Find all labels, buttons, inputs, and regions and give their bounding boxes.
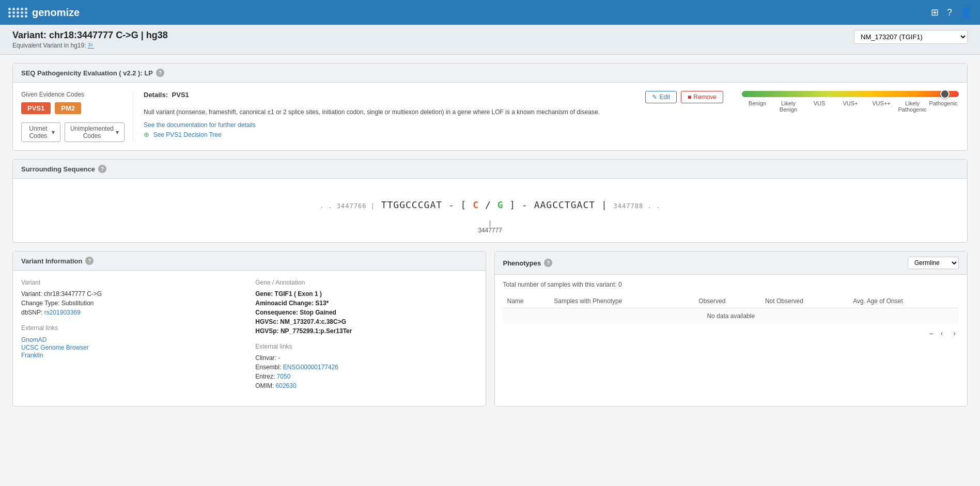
grid-icon[interactable]: ⊞ <box>931 7 939 18</box>
omim-link[interactable]: 602630 <box>276 382 297 389</box>
total-samples: Total number of samples with this varian… <box>503 281 959 288</box>
user-icon[interactable]: 👤 <box>960 7 972 18</box>
variant-info-help-icon[interactable]: ? <box>85 257 94 265</box>
sequence-display: . . 3447766 | TTGGCCCGAT - [ C / G ] - A… <box>21 187 959 218</box>
pvs1-badge: PVS1 <box>21 102 51 114</box>
left-col: Variant Variant: chr18:3447777 C->G Chan… <box>21 279 243 398</box>
hg19-link[interactable]: 🏳 <box>88 42 94 49</box>
next-page-button[interactable]: › <box>950 328 959 338</box>
col-not-observed: Not Observed <box>761 294 849 308</box>
franklin-link[interactable]: Franklin <box>21 352 43 359</box>
col-samples: Samples with Phenotype <box>550 294 694 308</box>
no-data-cell: No data available <box>503 308 959 324</box>
page-title: Variant: chr18:3447777 C->G | hg38 <box>12 30 168 41</box>
transcript-select[interactable]: NM_173207 (TGIF1) <box>854 30 968 44</box>
code-buttons: Unmet Codes ▾ Unimplemented Codes ▾ <box>21 122 125 142</box>
seq-help-icon[interactable]: ? <box>156 69 164 77</box>
prev-page-button[interactable]: ‹ <box>938 328 946 338</box>
logo-dots <box>8 8 28 18</box>
chevron-down-icon-2: ▾ <box>116 129 119 136</box>
label-vus: VUS <box>804 100 835 113</box>
entrez-field: Entrez: 7050 <box>255 373 477 380</box>
bottom-panels: Variant Information ? Variant Variant: c… <box>12 251 968 415</box>
hgvsc-field: HGVSc: NM_173207.4:c.38C>G <box>255 318 477 325</box>
phenotypes-body: Total number of samples with this varian… <box>495 275 968 349</box>
details-text: Null variant (nonsense, frameshift, cano… <box>144 107 723 117</box>
label-likely-benign: LikelyBenign <box>773 100 804 113</box>
surrounding-sequence-header: Surrounding Sequence ? <box>13 160 967 179</box>
help-circle-icon[interactable]: ? <box>947 7 952 18</box>
surrounding-sequence-body: . . 3447766 | TTGGCCCGAT - [ C / G ] - A… <box>13 179 967 242</box>
phenotypes-title-area: Phenotypes ? <box>503 259 553 267</box>
evidence-section: Given Evidence Codes PVS1 PM2 Unmet Code… <box>21 91 125 142</box>
right-sequence: AAGCCTGACT <box>534 199 595 210</box>
phenotypes-help-icon[interactable]: ? <box>544 259 552 267</box>
header-icons: ⊞ ? 👤 <box>931 7 972 18</box>
dash-2: ] - <box>509 199 534 210</box>
gnomad-link[interactable]: GnomAD <box>21 336 46 343</box>
edit-button[interactable]: ✎ Edit <box>645 91 677 103</box>
phenotypes-table: Name Samples with Phenotype Observed Not… <box>503 294 959 324</box>
variant-section: Variant Variant: chr18:3447777 C->G Chan… <box>21 279 243 316</box>
slider-thumb <box>940 89 950 99</box>
label-pathogenic: Pathogenic <box>928 100 959 113</box>
seq-panel-header: SEQ Pathogenicity Evaluation ( v2.2 ): L… <box>13 64 967 83</box>
gene-field: Gene: TGIF1 ( Exon 1 ) <box>255 290 477 297</box>
pagination: – ‹ › <box>503 324 959 342</box>
external-links-section-right: External links Clinvar: - Ensembl: ENSG0… <box>255 343 477 389</box>
decision-tree-link[interactable]: See PVS1 Decision Tree <box>153 131 222 138</box>
label-vus-plusplus: VUS++ <box>866 100 897 113</box>
phenotypes-title: Phenotypes <box>503 259 541 267</box>
phenotypes-header: Phenotypes ? Germline Somatic <box>495 252 968 275</box>
col-name: Name <box>503 294 550 308</box>
ref-allele: C <box>473 199 479 210</box>
details-section: Details: PVS1 ✎ Edit ■ Remove <box>133 91 723 142</box>
pathogenicity-slider-track[interactable] <box>742 91 959 97</box>
phenotypes-panel: Phenotypes ? Germline Somatic Total numb… <box>494 251 968 406</box>
seq-pathogenicity-panel: SEQ Pathogenicity Evaluation ( v2.2 ): L… <box>12 63 968 151</box>
aminoacid-field: Aminoacid Change: S13* <box>255 300 477 307</box>
entrez-link[interactable]: 7050 <box>277 373 291 380</box>
evidence-label: Given Evidence Codes <box>21 91 125 98</box>
slider-labels: Benign LikelyBenign VUS VUS+ VUS++ Likel… <box>742 100 959 113</box>
unimplemented-codes-button[interactable]: Unimplemented Codes ▾ <box>65 122 125 142</box>
variant-info-body: Variant Variant: chr18:3447777 C->G Chan… <box>13 271 486 406</box>
external-links-section-left: External links GnomAD UCSC Genome Browse… <box>21 324 243 359</box>
dbsnp-link[interactable]: rs201903369 <box>44 309 81 316</box>
app-header: genomize ⊞ ? 👤 <box>0 0 980 25</box>
remove-button[interactable]: ■ Remove <box>681 91 723 103</box>
page-dash: – <box>929 330 933 337</box>
subtitle: Equivalent Variant in hg19: 🏳 <box>12 42 168 49</box>
details-actions: ✎ Edit ■ Remove <box>645 91 723 103</box>
no-data-row: No data available <box>503 308 959 324</box>
right-coord: 3447788 . . <box>614 202 660 210</box>
title-bar: Variant: chr18:3447777 C->G | hg38 Equiv… <box>0 25 980 55</box>
label-likely-pathogenic: LikelyPathogenic <box>897 100 928 113</box>
variant-info-panel: Variant Information ? Variant Variant: c… <box>12 251 486 406</box>
surrounding-seq-help-icon[interactable]: ? <box>98 165 106 173</box>
phenotypes-table-header: Name Samples with Phenotype Observed Not… <box>503 294 959 308</box>
dbsnp-field: dbSNP: rs201903369 <box>21 309 243 316</box>
variant-info-header: Variant Information ? <box>13 252 486 271</box>
unmet-codes-button[interactable]: Unmet Codes ▾ <box>21 122 60 142</box>
ensembl-link[interactable]: ENSG00000177426 <box>283 364 338 371</box>
evidence-badges: PVS1 PM2 <box>21 102 125 114</box>
gene-annotation-section: Gene / Annotation Gene: TGIF1 ( Exon 1 )… <box>255 279 477 335</box>
phenotypes-table-body: No data available <box>503 308 959 324</box>
change-type: Change Type: Substitution <box>21 300 243 307</box>
seq-panel-body: Given Evidence Codes PVS1 PM2 Unmet Code… <box>13 83 967 150</box>
right-col: Gene / Annotation Gene: TGIF1 ( Exon 1 )… <box>255 279 477 398</box>
left-sequence: TTGGCCCGAT <box>381 199 448 210</box>
clinvar-field: Clinvar: - <box>255 354 477 362</box>
variant-info-columns: Variant Variant: chr18:3447777 C->G Chan… <box>21 279 477 398</box>
variant-name: Variant: chr18:3447777 C->G <box>21 290 243 297</box>
phenotype-filter-select[interactable]: Germline Somatic <box>908 257 959 269</box>
details-title: Details: PVS1 <box>144 91 189 99</box>
pipe: | <box>601 199 614 210</box>
ucsc-link[interactable]: UCSC Genome Browser <box>21 344 89 351</box>
doc-link[interactable]: See the documentation for further detail… <box>144 121 256 129</box>
slash: / <box>485 199 497 210</box>
decision-tree-icon: ⊕ <box>144 131 149 138</box>
col-observed: Observed <box>694 294 761 308</box>
pm2-badge: PM2 <box>55 102 81 114</box>
